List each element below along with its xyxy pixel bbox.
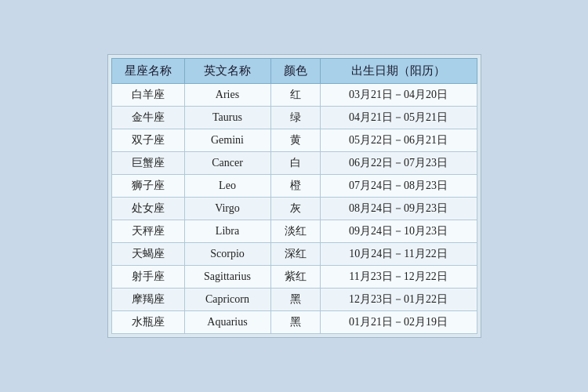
cell-english: Capricorn bbox=[184, 289, 270, 311]
cell-color: 橙 bbox=[270, 175, 320, 198]
cell-date: 07月24日－08月23日 bbox=[320, 175, 477, 198]
cell-date: 10月24日－11月22日 bbox=[320, 243, 477, 266]
cell-chinese: 双子座 bbox=[111, 129, 184, 152]
table-row: 天蝎座Scorpio深红10月24日－11月22日 bbox=[111, 243, 477, 266]
cell-chinese: 天秤座 bbox=[111, 220, 184, 243]
cell-english: Cancer bbox=[184, 152, 270, 175]
cell-english: Libra bbox=[184, 220, 270, 243]
table-row: 金牛座Taurus绿04月21日－05月21日 bbox=[111, 107, 477, 129]
cell-english: Virgo bbox=[184, 198, 270, 220]
cell-english: Sagittarius bbox=[184, 266, 270, 289]
cell-chinese: 摩羯座 bbox=[111, 289, 184, 311]
cell-english: Taurus bbox=[184, 107, 270, 129]
table-row: 双子座Gemini黄05月22日－06月21日 bbox=[111, 129, 477, 152]
cell-color: 淡红 bbox=[270, 220, 320, 243]
cell-color: 绿 bbox=[270, 107, 320, 129]
zodiac-table: 星座名称 英文名称 颜色 出生日期（阳历） 白羊座Aries红03月21日－04… bbox=[111, 58, 477, 334]
table-header-row: 星座名称 英文名称 颜色 出生日期（阳历） bbox=[111, 59, 477, 84]
cell-color: 黑 bbox=[270, 311, 320, 334]
table-row: 天秤座Libra淡红09月24日－10月23日 bbox=[111, 220, 477, 243]
table-row: 狮子座Leo橙07月24日－08月23日 bbox=[111, 175, 477, 198]
cell-color: 灰 bbox=[270, 198, 320, 220]
cell-date: 03月21日－04月20日 bbox=[320, 84, 477, 107]
cell-date: 06月22日－07月23日 bbox=[320, 152, 477, 175]
cell-date: 12月23日－01月22日 bbox=[320, 289, 477, 311]
header-english: 英文名称 bbox=[184, 59, 270, 84]
cell-chinese: 金牛座 bbox=[111, 107, 184, 129]
cell-date: 08月24日－09月23日 bbox=[320, 198, 477, 220]
cell-chinese: 处女座 bbox=[111, 198, 184, 220]
cell-chinese: 水瓶座 bbox=[111, 311, 184, 334]
cell-color: 黑 bbox=[270, 289, 320, 311]
cell-color: 红 bbox=[270, 84, 320, 107]
cell-chinese: 狮子座 bbox=[111, 175, 184, 198]
cell-color: 白 bbox=[270, 152, 320, 175]
cell-english: Scorpio bbox=[184, 243, 270, 266]
cell-chinese: 白羊座 bbox=[111, 84, 184, 107]
table-body: 白羊座Aries红03月21日－04月20日金牛座Taurus绿04月21日－0… bbox=[111, 84, 477, 334]
cell-date: 05月22日－06月21日 bbox=[320, 129, 477, 152]
table-row: 巨蟹座Cancer白06月22日－07月23日 bbox=[111, 152, 477, 175]
zodiac-table-container: 星座名称 英文名称 颜色 出生日期（阳历） 白羊座Aries红03月21日－04… bbox=[107, 54, 481, 338]
cell-color: 深红 bbox=[270, 243, 320, 266]
cell-chinese: 天蝎座 bbox=[111, 243, 184, 266]
cell-color: 紫红 bbox=[270, 266, 320, 289]
table-row: 处女座Virgo灰08月24日－09月23日 bbox=[111, 198, 477, 220]
cell-chinese: 射手座 bbox=[111, 266, 184, 289]
header-date: 出生日期（阳历） bbox=[320, 59, 477, 84]
cell-date: 11月23日－12月22日 bbox=[320, 266, 477, 289]
cell-date: 09月24日－10月23日 bbox=[320, 220, 477, 243]
cell-date: 04月21日－05月21日 bbox=[320, 107, 477, 129]
header-chinese: 星座名称 bbox=[111, 59, 184, 84]
cell-color: 黄 bbox=[270, 129, 320, 152]
cell-english: Gemini bbox=[184, 129, 270, 152]
table-row: 射手座Sagittarius紫红11月23日－12月22日 bbox=[111, 266, 477, 289]
cell-date: 01月21日－02月19日 bbox=[320, 311, 477, 334]
table-row: 白羊座Aries红03月21日－04月20日 bbox=[111, 84, 477, 107]
table-row: 水瓶座Aquarius黑01月21日－02月19日 bbox=[111, 311, 477, 334]
cell-chinese: 巨蟹座 bbox=[111, 152, 184, 175]
table-row: 摩羯座Capricorn黑12月23日－01月22日 bbox=[111, 289, 477, 311]
cell-english: Leo bbox=[184, 175, 270, 198]
cell-english: Aquarius bbox=[184, 311, 270, 334]
cell-english: Aries bbox=[184, 84, 270, 107]
header-color: 颜色 bbox=[270, 59, 320, 84]
